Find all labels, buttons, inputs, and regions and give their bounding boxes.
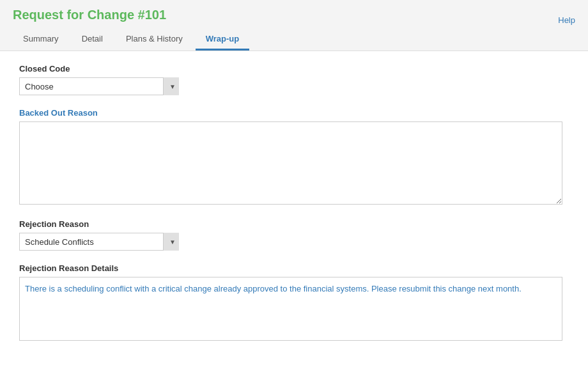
tab-nav: Summary Detail Plans & History Wrap-up xyxy=(13,29,252,51)
rejection-reason-label: Rejection Reason xyxy=(19,219,569,229)
rejection-reason-details-section: Rejection Reason Details There is a sche… xyxy=(19,263,569,341)
rejection-reason-select-wrapper: Schedule Conflicts Unauthorized Change I… xyxy=(19,233,179,251)
rejection-reason-select[interactable]: Schedule Conflicts Unauthorized Change I… xyxy=(19,233,179,251)
help-link[interactable]: Help xyxy=(558,8,575,25)
backed-out-reason-textarea[interactable] xyxy=(19,121,562,205)
tab-wrap-up[interactable]: Wrap-up xyxy=(196,29,249,51)
backed-out-reason-label: Backed Out Reason xyxy=(19,108,569,118)
page-header: Request for Change #101 Summary Detail P… xyxy=(0,0,588,51)
tab-summary[interactable]: Summary xyxy=(13,29,69,51)
rejection-reason-section: Rejection Reason Schedule Conflicts Unau… xyxy=(19,219,569,251)
closed-code-section: Closed Code Choose Successful Unsuccessf… xyxy=(19,64,569,95)
closed-code-select-wrapper: Choose Successful Unsuccessful Backed Ou… xyxy=(19,77,179,95)
rejection-reason-details-text: There is a scheduling conflict with a cr… xyxy=(25,284,522,293)
backed-out-reason-section: Backed Out Reason xyxy=(19,108,569,207)
tab-detail[interactable]: Detail xyxy=(72,29,113,51)
rejection-reason-details-label: Rejection Reason Details xyxy=(19,263,569,273)
header-left: Request for Change #101 Summary Detail P… xyxy=(13,8,252,51)
tab-plans-history[interactable]: Plans & History xyxy=(116,29,193,51)
closed-code-select[interactable]: Choose Successful Unsuccessful Backed Ou… xyxy=(19,77,179,95)
rejection-reason-details-box: There is a scheduling conflict with a cr… xyxy=(19,277,562,341)
main-content: Closed Code Choose Successful Unsuccessf… xyxy=(0,51,588,366)
page-title: Request for Change #101 xyxy=(13,8,252,22)
closed-code-label: Closed Code xyxy=(19,64,569,74)
